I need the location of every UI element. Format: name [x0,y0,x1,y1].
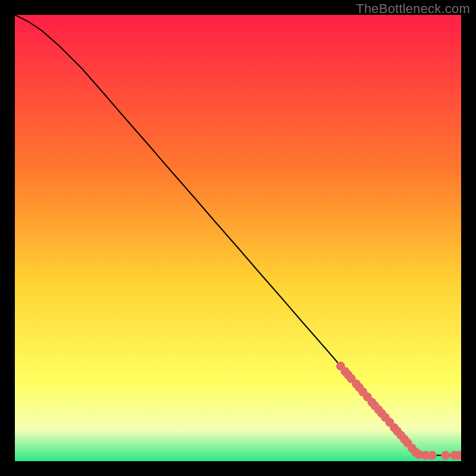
marker-point [428,451,437,460]
watermark-text: TheBottleneck.com [356,1,470,17]
gradient-background [15,15,461,461]
plot-svg [15,15,461,461]
chart-stage: TheBottleneck.com [0,0,476,476]
plot-area [15,15,461,461]
marker-point [441,451,450,460]
